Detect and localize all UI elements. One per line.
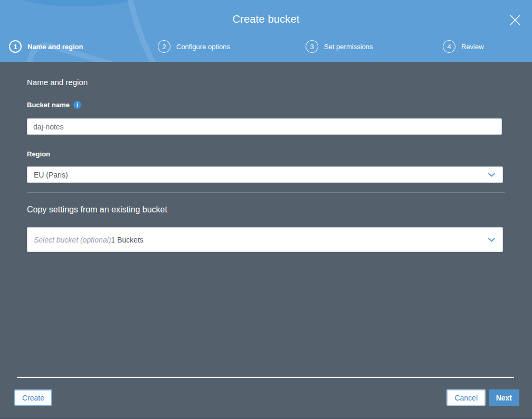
step-label: Set permissions [324, 43, 373, 51]
section-heading-name-and-region: Name and region [27, 78, 88, 87]
create-bucket-modal: Create bucket 1 Name and region 2 Config… [0, 0, 532, 419]
section-divider [27, 192, 505, 193]
step-number-badge: 2 [158, 40, 170, 53]
create-button[interactable]: Create [14, 389, 52, 406]
region-label: Region [27, 150, 50, 158]
close-icon[interactable] [508, 13, 522, 27]
footer-divider [17, 377, 514, 378]
info-icon[interactable]: i [73, 101, 81, 109]
step-indicator: 1 Name and region 2 Configure options 3 … [0, 40, 532, 56]
step-label: Configure options [176, 43, 230, 51]
copy-bucket-select[interactable]: Select bucket (optional) 1 Buckets [27, 227, 503, 252]
chevron-down-icon [488, 172, 496, 177]
step-number-badge: 4 [443, 40, 455, 53]
region-selected-value: EU (Paris) [34, 171, 68, 179]
step-configure-options[interactable]: 2 Configure options [158, 40, 230, 53]
copy-settings-heading: Copy settings from an existing bucket [27, 205, 167, 215]
step-label: Name and region [27, 43, 83, 51]
cancel-button[interactable]: Cancel [446, 389, 486, 406]
step-set-permissions[interactable]: 3 Set permissions [306, 40, 373, 53]
bucket-select-placeholder: Select bucket (optional) [34, 236, 111, 244]
modal-bottom-edge [0, 417, 532, 419]
bucket-name-label: Bucket name i [27, 101, 81, 109]
step-number-badge: 1 [9, 40, 22, 53]
step-label: Review [461, 43, 484, 51]
bucket-name-input[interactable] [27, 118, 502, 135]
next-button[interactable]: Next [489, 389, 519, 406]
region-select[interactable]: EU (Paris) [27, 166, 503, 183]
modal-title: Create bucket [0, 13, 532, 25]
step-number-badge: 3 [306, 40, 318, 53]
step-name-and-region[interactable]: 1 Name and region [9, 40, 83, 53]
modal-header: Create bucket 1 Name and region 2 Config… [0, 0, 532, 62]
step-review[interactable]: 4 Review [443, 40, 484, 53]
bucket-select-count: 1 Buckets [111, 236, 143, 244]
chevron-down-icon [488, 237, 496, 242]
bucket-name-label-text: Bucket name [27, 101, 70, 109]
region-label-text: Region [27, 150, 50, 158]
